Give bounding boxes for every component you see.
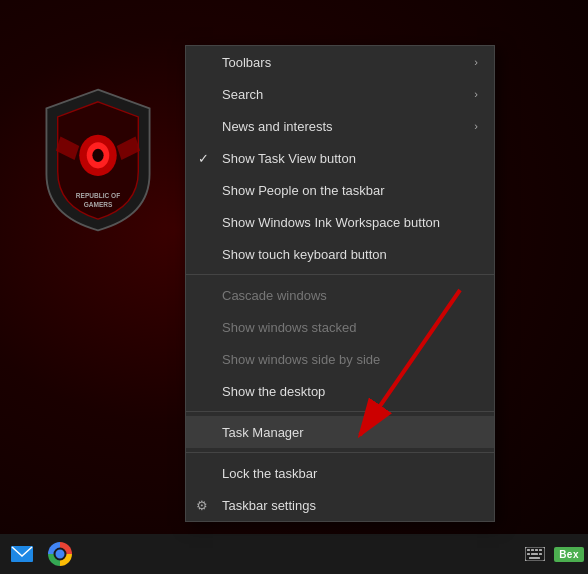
menu-separator-14: [186, 452, 494, 453]
taskbar-right-area: Bex: [520, 536, 584, 572]
menu-label-search: Search: [222, 87, 263, 102]
menu-item-toolbars[interactable]: Toolbars›: [186, 46, 494, 78]
menu-item-stacked: Show windows stacked: [186, 311, 494, 343]
chrome-icon: [48, 542, 72, 566]
menu-label-news-interests: News and interests: [222, 119, 333, 134]
svg-rect-15: [539, 553, 542, 555]
bex-badge[interactable]: Bex: [554, 547, 584, 562]
mail-icon: [11, 546, 33, 562]
menu-item-show-people[interactable]: Show People on the taskbar: [186, 174, 494, 206]
svg-rect-11: [535, 549, 538, 551]
menu-item-show-desktop[interactable]: Show the desktop: [186, 375, 494, 407]
menu-separator-12: [186, 411, 494, 412]
menu-label-show-desktop: Show the desktop: [222, 384, 325, 399]
taskbar-chrome-icon[interactable]: [42, 536, 78, 572]
svg-text:REPUBLIC OF: REPUBLIC OF: [75, 192, 119, 199]
menu-item-task-manager[interactable]: Task Manager: [186, 416, 494, 448]
menu-item-cascade: Cascade windows: [186, 279, 494, 311]
menu-item-show-keyboard[interactable]: Show touch keyboard button: [186, 238, 494, 270]
keyboard-icon: [525, 547, 545, 561]
svg-rect-14: [531, 553, 538, 555]
svg-text:GAMERS: GAMERS: [83, 201, 112, 208]
taskbar: Bex: [0, 534, 588, 574]
menu-item-lock-taskbar[interactable]: Lock the taskbar: [186, 457, 494, 489]
taskbar-mail-icon[interactable]: [4, 536, 40, 572]
svg-rect-10: [531, 549, 534, 551]
svg-rect-16: [529, 557, 540, 559]
arrow-icon-news-interests: ›: [474, 120, 478, 132]
gear-icon: ⚙: [196, 498, 208, 513]
menu-label-side-by-side: Show windows side by side: [222, 352, 380, 367]
menu-label-cascade: Cascade windows: [222, 288, 327, 303]
menu-item-news-interests[interactable]: News and interests›: [186, 110, 494, 142]
svg-rect-13: [527, 553, 530, 555]
menu-label-toolbars: Toolbars: [222, 55, 271, 70]
menu-label-stacked: Show windows stacked: [222, 320, 356, 335]
menu-item-taskbar-settings[interactable]: ⚙Taskbar settings: [186, 489, 494, 521]
menu-label-show-people: Show People on the taskbar: [222, 183, 385, 198]
menu-item-show-task-view[interactable]: ✓Show Task View button: [186, 142, 494, 174]
menu-item-search[interactable]: Search›: [186, 78, 494, 110]
menu-item-side-by-side: Show windows side by side: [186, 343, 494, 375]
menu-item-show-ink[interactable]: Show Windows Ink Workspace button: [186, 206, 494, 238]
context-menu: Toolbars›Search›News and interests›✓Show…: [185, 45, 495, 522]
svg-point-2: [92, 149, 103, 162]
menu-label-show-keyboard: Show touch keyboard button: [222, 247, 387, 262]
menu-separator-7: [186, 274, 494, 275]
arrow-icon-search: ›: [474, 88, 478, 100]
checkmark-icon: ✓: [198, 151, 209, 166]
arrow-icon-toolbars: ›: [474, 56, 478, 68]
rog-logo: REPUBLIC OF GAMERS: [10, 50, 185, 270]
svg-rect-12: [539, 549, 542, 551]
menu-label-taskbar-settings: Taskbar settings: [222, 498, 316, 513]
menu-label-lock-taskbar: Lock the taskbar: [222, 466, 317, 481]
virtual-keyboard-icon[interactable]: [520, 536, 550, 572]
menu-label-task-manager: Task Manager: [222, 425, 304, 440]
menu-label-show-task-view: Show Task View button: [222, 151, 356, 166]
svg-rect-9: [527, 549, 530, 551]
menu-label-show-ink: Show Windows Ink Workspace button: [222, 215, 440, 230]
